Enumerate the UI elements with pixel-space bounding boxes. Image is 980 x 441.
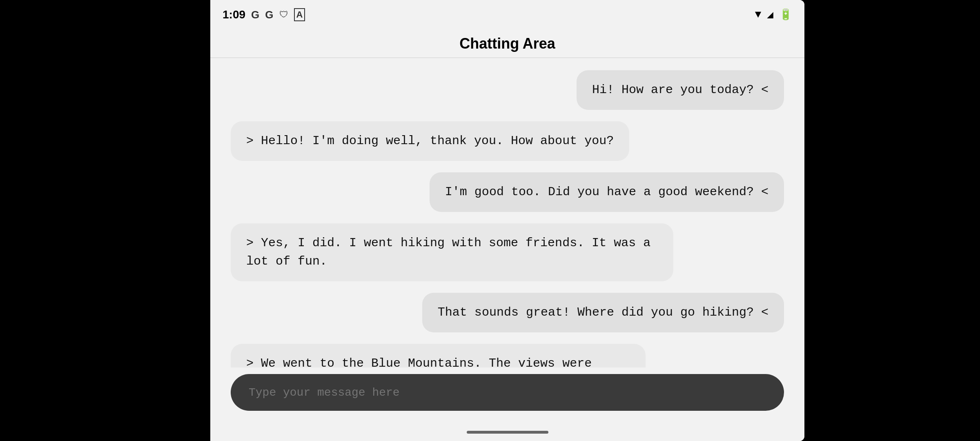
- status-time: 1:09: [223, 8, 245, 21]
- status-bar: 1:09 G G 🛡 A ▼ ◢ 🔋: [210, 0, 804, 29]
- a-icon: A: [294, 8, 305, 21]
- message-sent-3: That sounds great! Where did you go hiki…: [231, 293, 784, 332]
- wifi-icon: ▼: [755, 9, 762, 21]
- message-bubble: > Yes, I did. I went hiking with some fr…: [231, 223, 673, 281]
- left-black-bar: [176, 0, 210, 441]
- message-sent-2: I'm good too. Did you have a good weeken…: [231, 172, 784, 212]
- message-sent-1: Hi! How are you today? <: [231, 70, 784, 110]
- message-bubble: > We went to the Blue Mountains. The vie…: [231, 344, 646, 368]
- message-received-1: > Hello! I'm doing well, thank you. How …: [231, 121, 784, 161]
- message-bubble: > Hello! I'm doing well, thank you. How …: [231, 121, 629, 161]
- home-bar: [467, 431, 548, 434]
- shield-icon: 🛡: [279, 9, 288, 20]
- input-area: [210, 368, 804, 423]
- signal-icon: ◢: [767, 8, 773, 21]
- message-received-3: > We went to the Blue Mountains. The vie…: [231, 344, 784, 368]
- message-bubble: Hi! How are you today? <: [577, 70, 784, 110]
- google-icon-2: G: [265, 9, 273, 21]
- message-received-2: > Yes, I did. I went hiking with some fr…: [231, 223, 784, 281]
- message-input[interactable]: [231, 374, 784, 411]
- message-bubble: That sounds great! Where did you go hiki…: [422, 293, 784, 332]
- header: Chatting Area: [210, 29, 804, 58]
- home-indicator: [210, 423, 804, 441]
- google-icon-1: G: [251, 9, 259, 21]
- message-bubble: I'm good too. Did you have a good weeken…: [430, 172, 784, 212]
- battery-icon: 🔋: [779, 8, 792, 21]
- page-title: Chatting Area: [459, 35, 555, 52]
- chat-area: Hi! How are you today? < > Hello! I'm do…: [210, 58, 804, 368]
